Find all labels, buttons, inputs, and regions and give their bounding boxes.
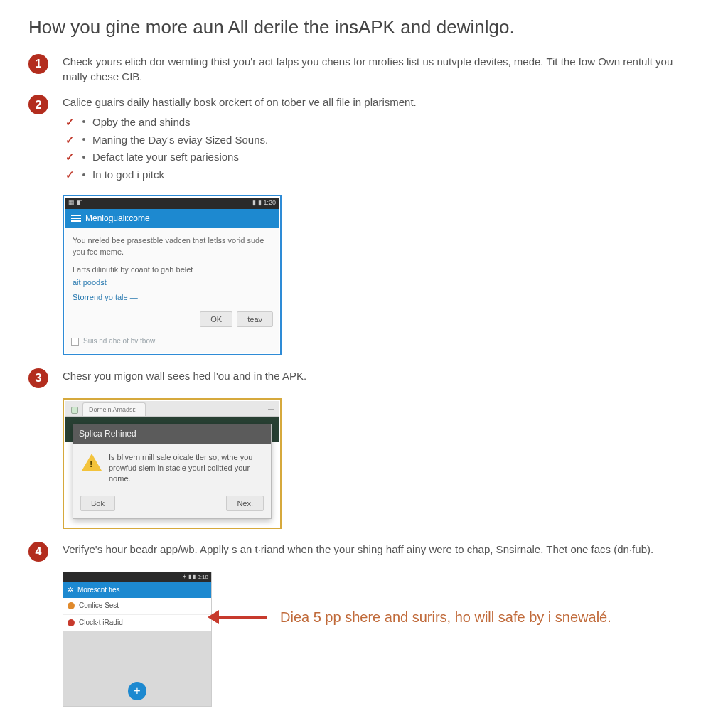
modal-text: Is blivern rnill sale oicale tler so, wt…: [109, 452, 262, 484]
browser-tab[interactable]: Dornein Amadsi: ·: [82, 402, 146, 416]
next-button[interactable]: Nex.: [226, 496, 264, 511]
list-item[interactable]: Conlice Sest: [63, 598, 211, 615]
step-3: 3 Chesr you migon wall sees hed l'ou and…: [28, 368, 700, 388]
checklist-item: ✓Opby the and shinds: [65, 114, 700, 130]
status-dot-icon: [68, 619, 75, 626]
step-2-checklist: ✓Opby the and shinds ✓Maning the Day's e…: [65, 114, 700, 183]
step-badge-1: 1: [28, 54, 48, 74]
step-4: 4 Verifye's hour beadr app/wb. Applly s …: [28, 542, 700, 562]
checkbox-icon[interactable]: [71, 338, 79, 346]
app-bar: ✲ Morescnt fies: [63, 582, 211, 599]
callout-arrow-icon: [218, 616, 267, 619]
list-item[interactable]: Clock·t iRadid: [63, 615, 211, 632]
check-icon: ✓: [65, 167, 78, 183]
browser-tab-strip: Dornein Amadsi: · —: [65, 401, 279, 417]
screenshot-step2: ▦ ◧ ▮ ▮ 1:20 Menloguali:come You nreled …: [63, 195, 700, 355]
dialog-paragraph: You nreled bee prasestble vadcen tnat le…: [73, 235, 272, 257]
check-icon: ✓: [65, 149, 78, 165]
app-bar-title: Morescnt fies: [77, 585, 119, 596]
dialog-paragraph: Larts dilinufik by coant to gah belet: [73, 264, 272, 275]
download-icon: [71, 215, 81, 223]
android-status-bar: ▦ ◧ ▮ ▮ 1:20: [65, 198, 279, 209]
step-1: 1 Check yours elich dor wemting thist yo…: [28, 54, 700, 85]
step-2: 2 Calice guairs daily hastially bosk orc…: [28, 95, 700, 185]
check-icon: ✓: [65, 132, 78, 148]
check-icon: ✓: [65, 114, 78, 130]
step-3-text: Chesr you migon wall sees hed l'ou and i…: [63, 368, 700, 384]
checklist-item: ✓Maning the Day's eviay Sized Souns.: [65, 132, 700, 148]
step-badge-3: 3: [28, 368, 48, 388]
app-bar-title: Menloguali:come: [85, 213, 150, 225]
step-2-text: Calice guairs daily hastially bosk orcke…: [63, 95, 700, 110]
dont-show-row[interactable]: Suis nd ahe ot bv fbow: [65, 333, 279, 353]
callout-text: Diea 5 pp shere and surirs, ho will safe…: [280, 607, 611, 628]
page-title: How you gine more aun All derile the ins…: [28, 14, 700, 41]
gear-icon: ✲: [68, 585, 73, 596]
step-badge-2: 2: [28, 95, 48, 114]
dialog-link[interactable]: ait poodst: [73, 277, 272, 288]
back-button[interactable]: Bok: [80, 496, 115, 511]
checkbox-label: Suis nd ahe ot bv fbow: [83, 336, 155, 347]
screenshot-step3: Dornein Amadsi: · — Splica Rehined Is bl…: [63, 398, 700, 529]
step-1-text: Check yours elich dor wemting thist you'…: [63, 54, 700, 85]
teav-button[interactable]: teav: [237, 311, 273, 327]
fab-add-button[interactable]: +: [128, 682, 146, 700]
step-badge-4: 4: [28, 542, 48, 562]
modal-title: Splica Rehined: [73, 424, 271, 444]
dialog-link[interactable]: Storrend yo tale —: [73, 292, 272, 303]
app-bar: Menloguali:come: [65, 209, 279, 228]
warning-modal: Splica Rehined Is blivern rnill sale oic…: [73, 424, 272, 519]
warning-icon: [82, 454, 102, 471]
checklist-item: ✓Defact late your seft pariesions: [65, 149, 700, 165]
checklist-item: ✓In to god i pitck: [65, 167, 700, 183]
dialog-body: You nreled bee prasestble vadcen tnat le…: [65, 228, 279, 306]
step-4-text: Verifye's hour beadr app/wb. Applly s an…: [63, 542, 700, 557]
android-status-bar: ✶ ▮ ▮ 3:18: [63, 572, 211, 582]
screenshot-step4: ✶ ▮ ▮ 3:18 ✲ Morescnt fies Conlice Sest …: [63, 572, 700, 707]
status-dot-icon: [68, 602, 75, 609]
ok-button[interactable]: OK: [200, 311, 232, 327]
